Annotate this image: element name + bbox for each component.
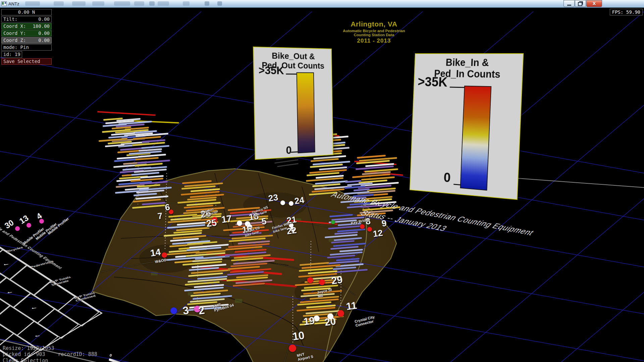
data-bar[interactable] bbox=[133, 193, 157, 196]
close-button[interactable]: X bbox=[586, 0, 602, 7]
background-window-blur bbox=[134, 1, 144, 6]
hud-compass[interactable]: 0.00 N bbox=[1, 9, 52, 15]
hud-mode[interactable]: mode: Pin bbox=[1, 44, 52, 51]
data-bar[interactable] bbox=[141, 145, 169, 149]
station-dot[interactable] bbox=[15, 226, 20, 231]
hud-panel: 0.00 NTilt:0.00Coord X:180.00Coord Y:0.0… bbox=[1, 9, 52, 65]
3d-viewport[interactable]: 23242625171851621226714W&OD8Key Bridge91… bbox=[0, 8, 644, 362]
legend-bike-out: Bike_Out & Ped_Out Counts >35K 0 bbox=[253, 47, 333, 160]
background-window-blur bbox=[183, 1, 190, 6]
antz-window: ANTz X bbox=[0, 0, 644, 362]
station-number[interactable]: 30 bbox=[3, 218, 16, 231]
station-dot[interactable] bbox=[367, 227, 372, 232]
scene-title-sub2: Counting Station Data bbox=[330, 33, 418, 37]
station-dot[interactable] bbox=[307, 277, 313, 283]
hud-id[interactable]: id: 19 bbox=[1, 51, 22, 58]
legend-in-max: >35K bbox=[418, 74, 448, 90]
station-number[interactable]: 3 bbox=[182, 304, 190, 317]
background-window-blur bbox=[72, 1, 86, 6]
scene-title-city: Arlington, VA bbox=[330, 20, 418, 28]
record-id-readout: recordID: 888 bbox=[58, 351, 97, 357]
hud-coord-x[interactable]: Coord X:180.00 bbox=[1, 23, 52, 29]
legend-out-max: >35K bbox=[259, 64, 284, 77]
station-number[interactable]: 24 bbox=[294, 195, 305, 207]
station-number[interactable]: 20 bbox=[324, 315, 337, 328]
station-dot[interactable] bbox=[337, 310, 344, 317]
background-window-blur bbox=[92, 1, 104, 6]
legend-tick bbox=[453, 184, 460, 185]
background-window-blur bbox=[158, 1, 169, 6]
background-window-blur bbox=[114, 1, 130, 6]
legend-tick bbox=[291, 152, 298, 153]
minimize-button[interactable] bbox=[564, 0, 575, 7]
legend-in-gradient-bar bbox=[460, 86, 492, 191]
station-label: MVT Airport S bbox=[297, 351, 314, 362]
background-window-blur bbox=[54, 1, 64, 6]
station-dot[interactable] bbox=[319, 279, 325, 285]
station-number[interactable]: 29 bbox=[331, 274, 343, 287]
station-number[interactable]: 12 bbox=[372, 228, 383, 240]
app-icon bbox=[1, 1, 7, 6]
station-number[interactable]: 17 bbox=[221, 213, 232, 225]
legend-tick bbox=[286, 73, 296, 74]
background-window-blur bbox=[25, 1, 40, 6]
station-number[interactable]: 23 bbox=[268, 192, 279, 204]
scene-title-sub1: Automatic Bicycle and Pedestrian bbox=[330, 29, 418, 33]
scene-title-years: 2011 - 2013 bbox=[330, 38, 418, 44]
legend-out-min: 0 bbox=[286, 144, 292, 157]
station-dot[interactable] bbox=[360, 224, 365, 229]
station-dot[interactable] bbox=[162, 252, 167, 258]
hud-tilt[interactable]: Tilt:0.00 bbox=[1, 16, 52, 22]
clear-selection-button[interactable]: Clear Selection bbox=[3, 358, 97, 362]
station-dot[interactable] bbox=[26, 223, 31, 228]
data-bar[interactable] bbox=[328, 225, 361, 230]
legend-tick bbox=[450, 87, 464, 88]
station-label: Crystal City Connector bbox=[354, 315, 376, 328]
station-number[interactable]: 4 bbox=[35, 211, 43, 221]
station-dot[interactable] bbox=[280, 200, 285, 205]
hud-coord-z[interactable]: Coord Z:0.00 bbox=[1, 37, 52, 44]
station-dot[interactable] bbox=[289, 201, 293, 206]
station-number[interactable]: 7 bbox=[157, 211, 163, 222]
picked-id-readout: picked id: 903 bbox=[3, 351, 45, 357]
station-number[interactable]: 11 bbox=[345, 300, 358, 312]
data-bar[interactable] bbox=[132, 204, 165, 209]
legend-in-min: 0 bbox=[443, 170, 451, 185]
station-label: W&OD bbox=[155, 258, 167, 264]
window-title: ANTz bbox=[8, 1, 19, 6]
station-number[interactable]: 19 bbox=[303, 315, 316, 327]
fps-readout: FPS: 59.90 bbox=[610, 9, 643, 15]
resize-readout: Resize: 1920x1053 bbox=[3, 345, 97, 351]
station-dot[interactable] bbox=[289, 345, 296, 352]
station-number[interactable]: 6 bbox=[164, 202, 171, 213]
station-number[interactable]: 14 bbox=[150, 247, 161, 259]
background-window-blur bbox=[217, 1, 222, 6]
status-readout: Resize: 1920x1053 picked id: 903recordID… bbox=[3, 345, 97, 362]
background-window-blur bbox=[205, 1, 209, 6]
hud-save-selected[interactable]: Save Selected bbox=[1, 58, 52, 65]
data-bar[interactable] bbox=[335, 269, 368, 273]
background-window-blur bbox=[149, 1, 155, 6]
station-number[interactable]: 25 bbox=[206, 217, 217, 229]
station-number[interactable]: 10 bbox=[292, 329, 305, 343]
scene-title: Arlington, VA Automatic Bicycle and Pede… bbox=[330, 20, 418, 44]
station-dot[interactable] bbox=[170, 307, 177, 314]
hud-coord-y[interactable]: Coord Y:0.00 bbox=[1, 30, 52, 37]
window-titlebar[interactable]: ANTz X bbox=[0, 0, 644, 8]
legend-bike-in: Bike_In & Ped_In Counts >35K 0 bbox=[410, 53, 524, 200]
station-dot[interactable] bbox=[331, 220, 335, 224]
legend-out-gradient-bar bbox=[297, 72, 315, 154]
restore-button[interactable] bbox=[575, 0, 586, 7]
